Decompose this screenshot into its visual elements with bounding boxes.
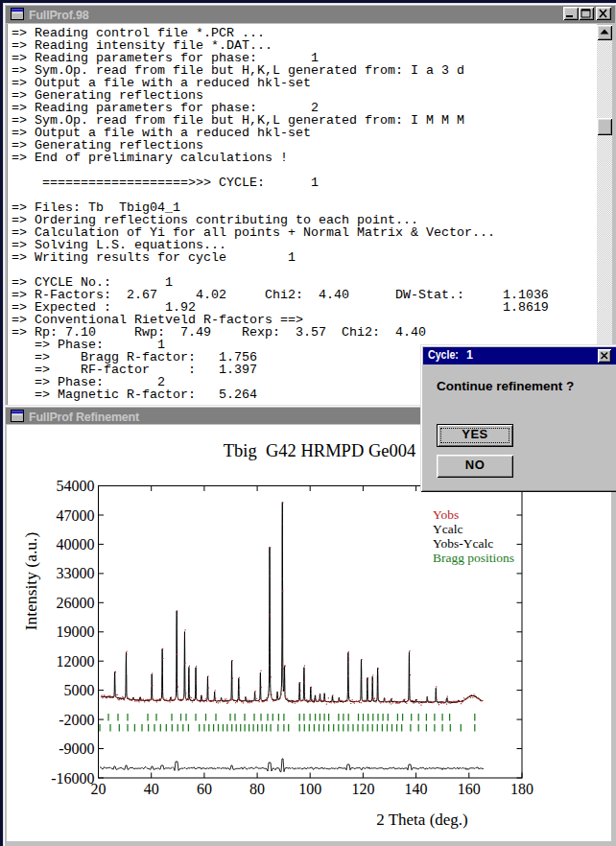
svg-text:Tbig G42 HRMPD Ge004: Tbig G42 HRMPD Ge004 — [224, 441, 415, 460]
svg-text:2 Theta (deg.): 2 Theta (deg.) — [376, 811, 468, 829]
svg-text:180: 180 — [510, 781, 533, 797]
svg-text:Yobs: Yobs — [433, 507, 459, 522]
svg-text:20: 20 — [91, 781, 107, 797]
svg-text:100: 100 — [298, 781, 321, 797]
svg-text:-2000: -2000 — [59, 712, 94, 728]
svg-text:33000: 33000 — [57, 565, 95, 581]
svg-text:54000: 54000 — [57, 478, 95, 494]
svg-text:Ycalc: Ycalc — [433, 522, 462, 536]
svg-text:120: 120 — [351, 781, 374, 797]
svg-text:-16000: -16000 — [51, 770, 94, 787]
svg-text:40: 40 — [144, 781, 159, 797]
svg-text:-9000: -9000 — [59, 740, 94, 757]
svg-text:5000: 5000 — [64, 682, 95, 698]
svg-text:60: 60 — [197, 781, 212, 797]
svg-text:80: 80 — [249, 781, 265, 797]
svg-text:160: 160 — [458, 781, 481, 797]
svg-text:26000: 26000 — [57, 595, 95, 611]
svg-text:47000: 47000 — [57, 507, 95, 524]
svg-text:40000: 40000 — [57, 536, 95, 552]
svg-text:12000: 12000 — [57, 653, 95, 670]
svg-text:Yobs-Ycalc: Yobs-Ycalc — [433, 536, 493, 551]
svg-text:19000: 19000 — [57, 623, 95, 640]
svg-text:140: 140 — [405, 781, 428, 797]
svg-text:Intensity (a.u.): Intensity (a.u.) — [21, 532, 40, 631]
svg-text:Bragg positions: Bragg positions — [433, 551, 514, 565]
